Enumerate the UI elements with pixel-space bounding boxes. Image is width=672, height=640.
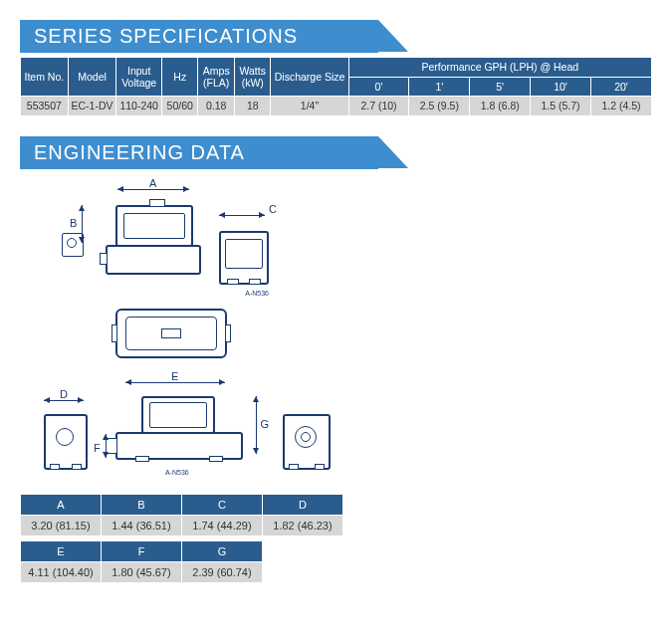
td-h5: 1.8 (6.8) [470, 97, 531, 116]
drawing-ref-1: A-N536 [245, 290, 269, 297]
dim-label-d: D [58, 388, 70, 400]
td-h0: 2.7 (10) [348, 97, 409, 116]
th-h0: 0' [348, 77, 409, 97]
dimensions-table-2: E F G 4.11 (104.40) 1.80 (45.67) 2.39 (6… [20, 540, 263, 583]
td-e: 4.11 (104.40) [21, 561, 102, 582]
table-row: A B C D [21, 494, 343, 515]
td-f: 1.80 (45.67) [102, 561, 182, 582]
th-model: Model [68, 58, 116, 97]
td-d: 1.82 (46.23) [263, 515, 343, 535]
th-h5: 5' [470, 77, 531, 97]
th-discharge: Discharge Size [271, 58, 348, 97]
eng-data-header: ENGINEERING DATA [20, 136, 652, 169]
td-h1: 2.5 (9.5) [409, 97, 470, 116]
series-spec-header: SERIES SPECIFICATIONS [20, 20, 652, 53]
table-row: 3.20 (81.15) 1.44 (36.51) 1.74 (44.29) 1… [21, 515, 343, 535]
td-h10: 1.5 (5.7) [531, 97, 591, 116]
drawing-ref-2: A-N536 [165, 469, 189, 476]
th-h1: 1' [409, 77, 470, 97]
th-watts: Watts (kW) [234, 58, 271, 97]
td-model: EC-1-DV [68, 97, 116, 116]
table-row: E F G [21, 540, 263, 561]
td-input-voltage: 110-240 [116, 97, 162, 116]
th-h10: 10' [531, 77, 591, 97]
dim-label-f: F [92, 442, 103, 454]
dim-label-e: E [169, 370, 180, 382]
td-item-no: 553507 [21, 97, 69, 116]
table-row: 553507 EC-1-DV 110-240 50/60 0.18 18 1/4… [21, 97, 652, 116]
td-hz: 50/60 [161, 97, 198, 116]
th-c: C [182, 494, 263, 515]
th-d: D [263, 494, 343, 515]
dim-label-b: B [68, 217, 79, 229]
th-amps: Amps (FLA) [198, 58, 235, 97]
td-g: 2.39 (60.74) [182, 561, 263, 582]
td-watts: 18 [234, 97, 271, 116]
th-item-no: Item No. [21, 58, 69, 97]
th-performance: Performance GPH (LPH) @ Head [348, 58, 651, 78]
eng-data-title: ENGINEERING DATA [20, 136, 378, 169]
td-discharge: 1/4" [271, 97, 348, 116]
dimensions-table-1: A B C D 3.20 (81.15) 1.44 (36.51) 1.74 (… [20, 494, 343, 536]
dim-label-g: G [258, 418, 271, 430]
th-h20: 20' [590, 77, 651, 97]
th-a: A [21, 494, 102, 515]
th-b: B [102, 494, 182, 515]
th-f: F [102, 540, 182, 561]
dim-label-a: A [147, 177, 158, 189]
engineering-diagrams: A B [44, 181, 652, 470]
series-spec-title: SERIES SPECIFICATIONS [20, 20, 378, 53]
th-e: E [21, 540, 102, 561]
td-c: 1.74 (44.29) [182, 515, 263, 535]
table-row: Item No. Model Input Voltage Hz Amps (FL… [21, 58, 652, 78]
spec-table: Item No. Model Input Voltage Hz Amps (FL… [20, 57, 652, 116]
td-h20: 1.2 (4.5) [590, 97, 651, 116]
td-a: 3.20 (81.15) [21, 515, 102, 535]
table-row: 4.11 (104.40) 1.80 (45.67) 2.39 (60.74) [21, 561, 263, 582]
td-amps: 0.18 [198, 97, 235, 116]
th-g: G [182, 540, 263, 561]
th-hz: Hz [161, 58, 198, 97]
dim-label-c: C [267, 203, 279, 215]
td-b: 1.44 (36.51) [102, 515, 182, 535]
th-input-voltage: Input Voltage [116, 58, 162, 97]
